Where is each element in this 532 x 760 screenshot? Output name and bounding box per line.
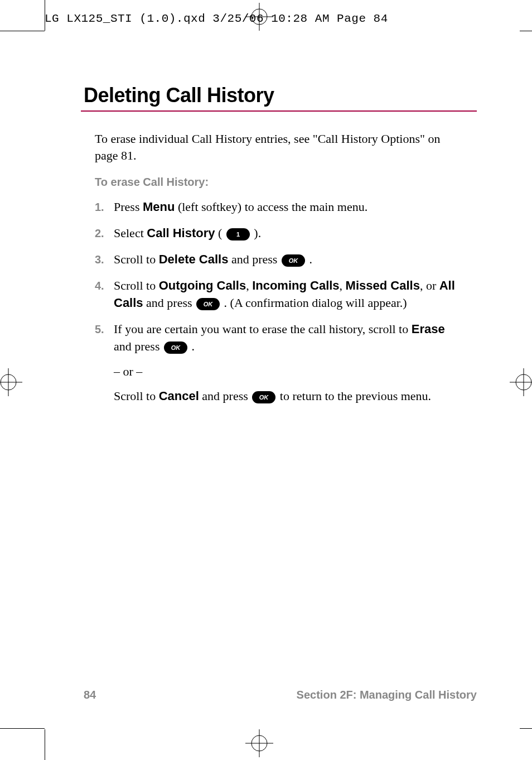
bold-term: Cancel: [159, 389, 199, 403]
bold-term: Delete Calls: [159, 252, 229, 266]
step-subtext: Scroll to Cancel and press OK to return …: [114, 388, 457, 405]
svg-text:OK: OK: [259, 394, 269, 401]
ok-key-icon: OK: [163, 341, 188, 354]
section-label: Section 2F: Managing Call History: [297, 689, 480, 701]
page-footer: 84 Section 2F: Managing Call History: [84, 689, 480, 701]
ok-key-icon: OK: [252, 391, 276, 404]
one-key-icon: 1: [226, 228, 250, 241]
step-body: Press Menu (left softkey) to access the …: [114, 199, 474, 216]
svg-text:OK: OK: [289, 257, 299, 264]
procedure-heading: To erase Call History:: [95, 176, 474, 189]
list-item: 3.Scroll to Delete Calls and press OK .: [95, 251, 474, 268]
step-body: If you are certain you want to erase the…: [114, 321, 474, 405]
svg-text:OK: OK: [171, 344, 181, 351]
step-number: 4.: [95, 277, 114, 295]
bold-term: Missed Calls: [346, 278, 420, 292]
ok-key-icon: OK: [281, 254, 306, 267]
registration-mark-icon: [510, 368, 532, 396]
crop-mark: [45, 729, 46, 760]
list-item: 5.If you are certain you want to erase t…: [95, 321, 474, 405]
title-underline: [81, 110, 477, 112]
bold-term: Erase: [412, 322, 445, 336]
bold-term: Outgoing Calls: [159, 278, 246, 292]
page-content: Deleting Call History To erase individua…: [84, 84, 474, 414]
svg-text:1: 1: [236, 231, 240, 238]
step-body: Scroll to Delete Calls and press OK .: [114, 251, 474, 268]
step-body: Scroll to Outgoing Calls, Incoming Calls…: [114, 277, 474, 312]
page-title: Deleting Call History: [84, 84, 474, 107]
procedure-list: 1.Press Menu (left softkey) to access th…: [95, 199, 474, 405]
crop-mark: [0, 728, 45, 729]
bold-term: Incoming Calls: [252, 278, 339, 292]
registration-mark-icon: [245, 729, 273, 757]
svg-text:OK: OK: [204, 301, 214, 307]
step-number: 3.: [95, 251, 114, 268]
step-number: 2.: [95, 225, 114, 242]
step-body: Select Call History ( 1 ).: [114, 225, 474, 242]
prepress-header: LG LX125_STI (1.0).qxd 3/25/06 10:28 AM …: [45, 12, 388, 25]
step-number: 5.: [95, 321, 114, 338]
step-subtext: – or –: [114, 363, 457, 381]
list-item: 2.Select Call History ( 1 ).: [95, 225, 474, 242]
registration-mark-icon: [0, 368, 22, 396]
crop-mark: [520, 31, 532, 32]
ok-key-icon: OK: [196, 297, 220, 311]
intro-paragraph: To erase individual Call History entries…: [95, 131, 474, 163]
crop-mark: [0, 31, 45, 32]
bold-term: Menu: [143, 200, 175, 214]
bold-term: Call History: [147, 226, 215, 240]
list-item: 4.Scroll to Outgoing Calls, Incoming Cal…: [95, 277, 474, 312]
step-number: 1.: [95, 199, 114, 216]
page-number: 84: [84, 689, 96, 701]
list-item: 1.Press Menu (left softkey) to access th…: [95, 199, 474, 216]
crop-mark: [520, 728, 532, 729]
